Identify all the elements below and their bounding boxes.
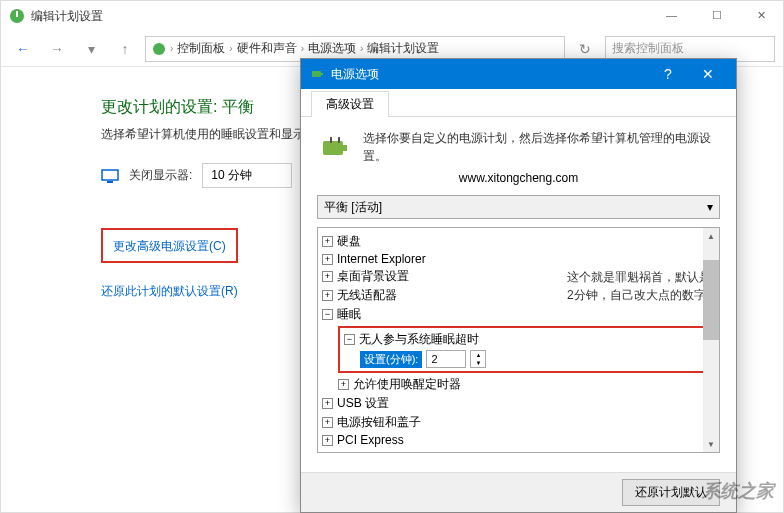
timeout-input[interactable]: 2 [426, 350, 466, 368]
chevron-down-icon: ▾ [707, 200, 713, 214]
dialog-footer: 还原计划默认 [301, 472, 736, 512]
tree-expand-icon[interactable]: + [322, 398, 333, 409]
bc-item[interactable]: 电源选项 [308, 40, 356, 57]
dialog-body: 选择你要自定义的电源计划，然后选择你希望计算机管理的电源设置。 www.xito… [301, 117, 736, 465]
tree-item-ie[interactable]: Internet Explorer [337, 252, 426, 266]
power-plan-icon [9, 8, 25, 24]
svg-rect-6 [321, 73, 323, 75]
tree-item-sleep[interactable]: 睡眠 [337, 306, 361, 323]
spin-down[interactable]: ▼ [471, 359, 485, 367]
scroll-up-icon[interactable]: ▲ [703, 228, 719, 244]
maximize-button[interactable]: ☐ [694, 0, 739, 30]
dialog-title: 电源选项 [331, 66, 648, 83]
tree-collapse-icon[interactable]: − [344, 334, 355, 345]
display-off-label: 关闭显示器: [129, 167, 192, 184]
svg-rect-3 [102, 170, 118, 180]
tree-expand-icon[interactable]: + [322, 271, 333, 282]
tree-item-hdd[interactable]: 硬盘 [337, 233, 361, 250]
monitor-icon [101, 169, 119, 183]
tab-strip: 高级设置 [301, 89, 736, 117]
tree-item-usb[interactable]: USB 设置 [337, 395, 389, 412]
nav-down[interactable]: ▾ [77, 35, 105, 63]
unattended-highlight: −无人参与系统睡眠超时 设置(分钟): 2 ▲ ▼ [338, 326, 715, 373]
svg-point-2 [153, 43, 165, 55]
tree-item-powerbtn[interactable]: 电源按钮和盖子 [337, 414, 421, 431]
power-icon [152, 42, 166, 56]
tree-expand-icon[interactable]: + [322, 254, 333, 265]
timeout-label: 设置(分钟): [360, 351, 422, 368]
adv-link-highlight: 更改高级电源设置(C) [101, 228, 238, 263]
timeout-field: 设置(分钟): 2 ▲ ▼ [360, 350, 486, 368]
settings-tree[interactable]: +硬盘 +Internet Explorer +桌面背景设置 +无线适配器 −睡… [317, 227, 720, 453]
tree-expand-icon[interactable]: + [322, 435, 333, 446]
dialog-url: www.xitongcheng.com [317, 171, 720, 185]
svg-rect-1 [16, 11, 18, 17]
scroll-thumb[interactable] [703, 260, 719, 340]
tree-item-wireless[interactable]: 无线适配器 [337, 287, 397, 304]
battery-icon [309, 66, 325, 82]
watermark: 系统之家 [702, 479, 774, 503]
tree-expand-icon[interactable]: + [322, 417, 333, 428]
tree-item-unattended[interactable]: 无人参与系统睡眠超时 [359, 331, 479, 348]
close-button[interactable]: ✕ [739, 0, 784, 30]
dialog-description: 选择你要自定义的电源计划，然后选择你希望计算机管理的电源设置。 [363, 129, 720, 165]
nav-up[interactable]: ↑ [111, 35, 139, 63]
tree-item-pci[interactable]: PCI Express [337, 433, 404, 447]
window-controls: — ☐ ✕ [649, 0, 784, 30]
minimize-button[interactable]: — [649, 0, 694, 30]
svg-rect-5 [312, 71, 321, 77]
advanced-power-link[interactable]: 更改高级电源设置(C) [113, 239, 226, 253]
dialog-titlebar[interactable]: 电源选项 ? ✕ [301, 59, 736, 89]
bc-item[interactable]: 编辑计划设置 [367, 40, 439, 57]
timeout-spinner[interactable]: ▲ ▼ [470, 350, 486, 368]
battery-large-icon [317, 129, 353, 165]
tree-scrollbar[interactable]: ▲ ▼ [703, 228, 719, 452]
dialog-help-button[interactable]: ? [648, 59, 688, 89]
tree-collapse-icon[interactable]: − [322, 309, 333, 320]
bc-item[interactable]: 控制面板 [177, 40, 225, 57]
tab-advanced[interactable]: 高级设置 [311, 91, 389, 117]
annotation-text: 这个就是罪魁祸首，默认是 2分钟，自己改大点的数字 [567, 268, 711, 304]
plan-select[interactable]: 平衡 [活动] ▾ [317, 195, 720, 219]
bc-item[interactable]: 硬件和声音 [237, 40, 297, 57]
tree-item-wake[interactable]: 允许使用唤醒定时器 [353, 376, 461, 393]
display-off-select[interactable]: 10 分钟 [202, 163, 292, 188]
scroll-down-icon[interactable]: ▼ [703, 436, 719, 452]
dialog-close-button[interactable]: ✕ [688, 59, 728, 89]
tree-expand-icon[interactable]: + [338, 379, 349, 390]
main-titlebar: 编辑计划设置 — ☐ ✕ [1, 1, 783, 31]
tree-expand-icon[interactable]: + [322, 236, 333, 247]
restore-defaults-link[interactable]: 还原此计划的默认设置(R) [101, 283, 238, 300]
svg-rect-8 [343, 145, 347, 151]
tree-expand-icon[interactable]: + [322, 290, 333, 301]
tree-item-desktop[interactable]: 桌面背景设置 [337, 268, 409, 285]
svg-rect-4 [107, 181, 113, 183]
spin-up[interactable]: ▲ [471, 351, 485, 359]
nav-forward[interactable]: → [43, 35, 71, 63]
plan-select-value: 平衡 [活动] [324, 199, 382, 216]
nav-back[interactable]: ← [9, 35, 37, 63]
power-options-dialog: 电源选项 ? ✕ 高级设置 选择你要自定义的电源计划，然后选择你希望计算机管理的… [300, 58, 737, 513]
svg-rect-7 [323, 141, 343, 155]
